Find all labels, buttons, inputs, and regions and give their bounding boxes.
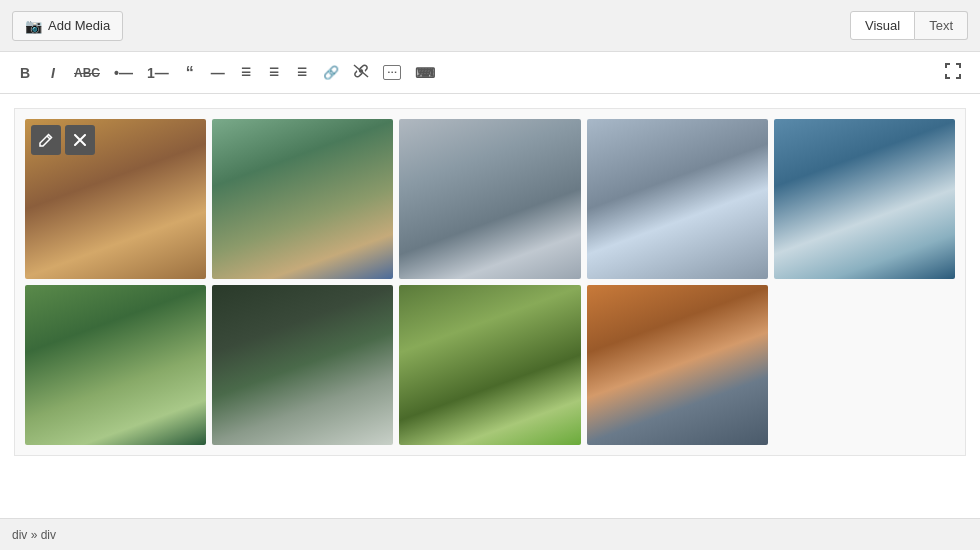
bold-icon: B xyxy=(20,65,30,81)
align-left-icon: ☰ xyxy=(241,66,251,79)
strikethrough-icon: ABC xyxy=(74,66,100,80)
gallery-container xyxy=(14,108,966,456)
gallery-item-9[interactable] xyxy=(587,285,768,445)
image-shore xyxy=(587,119,768,279)
image-canal xyxy=(212,119,393,279)
align-right-button[interactable]: ☰ xyxy=(289,60,315,86)
image-alpine xyxy=(774,119,955,279)
blockquote-icon: “ xyxy=(186,64,194,82)
ul-icon: •— xyxy=(114,65,133,81)
add-media-button[interactable]: 📷 Add Media xyxy=(12,11,123,41)
add-media-label: Add Media xyxy=(48,18,110,33)
unlink-icon xyxy=(353,64,369,81)
ol-button[interactable]: 1— xyxy=(141,60,175,86)
align-center-icon: ☰ xyxy=(269,66,279,79)
gallery-item-4[interactable] xyxy=(587,119,768,279)
text-tab[interactable]: Text xyxy=(915,11,968,40)
gallery-item-1[interactable] xyxy=(25,119,206,279)
fullscreen-icon xyxy=(944,62,962,80)
edit-image-button[interactable] xyxy=(31,125,61,155)
visual-tab[interactable]: Visual xyxy=(850,11,915,40)
ul-button[interactable]: •— xyxy=(108,60,139,86)
breadcrumb: div » div xyxy=(12,528,56,542)
editor-area[interactable] xyxy=(0,94,980,518)
strikethrough-button[interactable]: ABC xyxy=(68,60,106,86)
more-tag-icon: ⋯ xyxy=(383,65,401,80)
gallery-empty-slot xyxy=(774,285,955,445)
gallery-item-5[interactable] xyxy=(774,119,955,279)
image-mountains xyxy=(399,119,580,279)
gallery-item-7[interactable] xyxy=(212,285,393,445)
italic-button[interactable]: I xyxy=(40,60,66,86)
gallery-item-3[interactable] xyxy=(399,119,580,279)
image-greenhill xyxy=(25,285,206,445)
status-bar: div » div xyxy=(0,518,980,550)
item-overlay xyxy=(31,125,95,155)
image-alley xyxy=(587,285,768,445)
keyboard-icon: ⌨ xyxy=(415,65,435,81)
link-icon: 🔗 xyxy=(323,65,339,80)
align-left-button[interactable]: ☰ xyxy=(233,60,259,86)
more-tag-button[interactable]: ⋯ xyxy=(377,60,407,86)
align-center-button[interactable]: ☰ xyxy=(261,60,287,86)
image-pinetrees xyxy=(212,285,393,445)
remove-image-button[interactable] xyxy=(65,125,95,155)
blockquote-button[interactable]: “ xyxy=(177,60,203,86)
link-button[interactable]: 🔗 xyxy=(317,60,345,86)
unlink-button[interactable] xyxy=(347,60,375,86)
view-toggle: Visual Text xyxy=(850,11,968,40)
gallery-item-8[interactable] xyxy=(399,285,580,445)
gallery-item-6[interactable] xyxy=(25,285,206,445)
align-right-icon: ☰ xyxy=(297,66,307,79)
bold-button[interactable]: B xyxy=(12,60,38,86)
italic-icon: I xyxy=(51,65,55,81)
hr-icon: — xyxy=(211,65,225,81)
image-mossy xyxy=(399,285,580,445)
gallery-item-2[interactable] xyxy=(212,119,393,279)
top-bar: 📷 Add Media Visual Text xyxy=(0,0,980,52)
editor-toolbar: B I ABC •— 1— “ — ☰ ☰ ☰ 🔗 ⋯ ⌨ xyxy=(0,52,980,94)
keyboard-button[interactable]: ⌨ xyxy=(409,60,441,86)
add-media-icon: 📷 xyxy=(25,18,42,34)
hr-button[interactable]: — xyxy=(205,60,231,86)
fullscreen-button[interactable] xyxy=(938,58,968,88)
ol-icon: 1— xyxy=(147,65,169,81)
